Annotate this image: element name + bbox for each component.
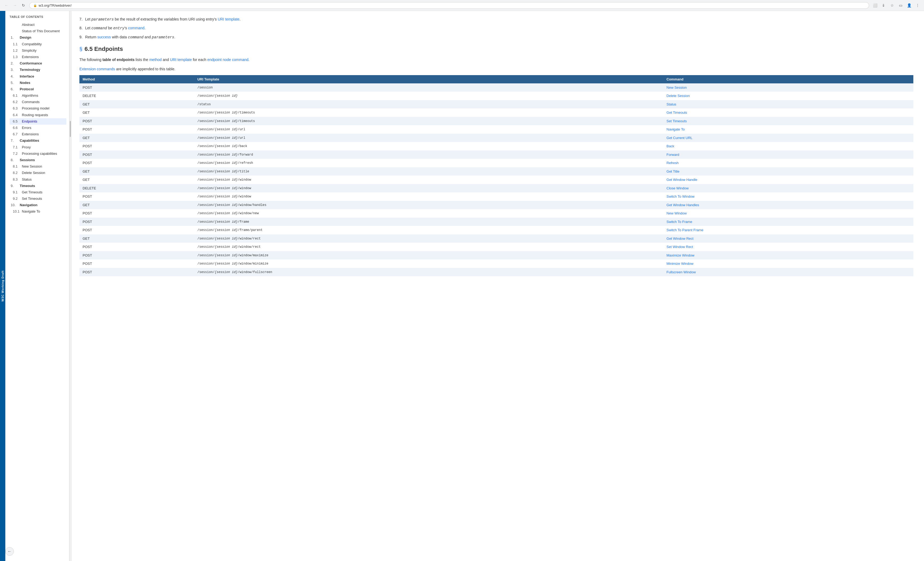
toc-item-29[interactable]: 10.1Navigate To <box>10 208 66 215</box>
toc-item-0[interactable]: Abstract <box>10 22 66 28</box>
toc-item-27[interactable]: 9.2Set Timeouts <box>10 195 66 202</box>
command-link-12[interactable]: Close Window <box>667 186 689 190</box>
uri-cell-6: /session/{session id}/url <box>194 134 663 142</box>
profile-icon[interactable]: 👤 <box>905 2 913 9</box>
command-link-5[interactable]: Navigate To <box>667 128 685 131</box>
command-link-3[interactable]: Get Timeouts <box>667 111 687 114</box>
toc-item-10[interactable]: 6.Protocol <box>10 86 66 92</box>
toc-item-26[interactable]: 9.1Get Timeouts <box>10 189 66 195</box>
command-link-10[interactable]: Get Title <box>667 170 680 173</box>
command-link-14[interactable]: Get Window Handles <box>667 203 699 207</box>
table-row: POST/session/{session id}/windowSwitch T… <box>80 192 914 201</box>
toc-item-19[interactable]: 7.1Proxy <box>10 144 66 150</box>
toc-item-9[interactable]: 5.Nodes <box>10 80 66 86</box>
uri-cell-18: /session/{session id}/window/rect <box>194 234 663 243</box>
method-cell-5: POST <box>80 125 194 134</box>
toc-item-14[interactable]: 6.4Routing requests <box>10 112 66 118</box>
extension-commands-link[interactable]: Extension commands <box>80 67 115 71</box>
toc-item-4[interactable]: 1.2Simplicity <box>10 47 66 54</box>
table-row: DELETE/session/{session id}/windowClose … <box>80 184 914 193</box>
command-link[interactable]: command <box>128 26 144 30</box>
toc-label-2: Design <box>20 35 31 40</box>
toc-item-3[interactable]: 1.1Compatibility <box>10 41 66 47</box>
menu-icon[interactable]: ⋮ <box>914 2 921 9</box>
command-link-20[interactable]: Maximize Window <box>667 254 694 257</box>
toc-item-28[interactable]: 10.Navigation <box>10 202 66 208</box>
method-header: Method <box>80 75 194 83</box>
toc-item-12[interactable]: 6.2Commands <box>10 99 66 105</box>
toc-num-28: 10. <box>10 203 18 207</box>
command-link-9[interactable]: Refresh <box>667 161 679 165</box>
toc-item-8[interactable]: 4.Interface <box>10 73 66 80</box>
toc-sidebar: TABLE OF CONTENTS AbstractStatus of This… <box>5 11 69 561</box>
toc-item-22[interactable]: 8.1New Session <box>10 163 66 170</box>
address-bar[interactable]: 🔒 w3.org/TR/webdriver/ <box>29 2 869 9</box>
command-link-2[interactable]: Status <box>667 102 676 106</box>
toc-item-7[interactable]: 3.Terminology <box>10 67 66 73</box>
command-link-6[interactable]: Get Current URL <box>667 136 693 140</box>
toc-item-5[interactable]: 1.3Extensions <box>10 54 66 60</box>
toc-item-24[interactable]: 8.3Status <box>10 176 66 183</box>
toc-num-26: 9.1 <box>13 190 20 195</box>
toc-item-21[interactable]: 8.Sessions <box>10 157 66 163</box>
toc-label-13: Processing model <box>22 106 49 111</box>
toc-label-1: Status of This Document <box>22 29 60 34</box>
toc-item-2[interactable]: 1.Design <box>10 34 66 41</box>
command-cell-3: Get Timeouts <box>663 108 914 117</box>
command-link-15[interactable]: New Window <box>667 211 687 215</box>
command-link-22[interactable]: Fullscreen Window <box>667 270 696 274</box>
uri-template-link[interactable]: URI template <box>218 17 240 21</box>
step-8: 8. Let command be entry's command. <box>80 25 914 31</box>
command-link-21[interactable]: Minimize Window <box>667 262 693 266</box>
toc-item-20[interactable]: 7.2Processing capabilities <box>10 150 66 157</box>
command-link-7[interactable]: Back <box>667 144 674 148</box>
command-link-18[interactable]: Get Window Rect <box>667 237 693 240</box>
uri-cell-20: /session/{session id}/window/maximize <box>194 251 663 260</box>
command-link-16[interactable]: Switch To Frame <box>667 220 693 224</box>
command-link-0[interactable]: New Session <box>667 86 687 90</box>
toc-item-1[interactable]: Status of This Document <box>10 28 66 34</box>
command-link-4[interactable]: Set Timeouts <box>667 119 687 123</box>
browser-nav-buttons: ← → ↻ <box>3 2 27 9</box>
toc-item-15[interactable]: 6.5Endpoints <box>10 118 66 124</box>
bookmark-icon[interactable]: ☆ <box>888 2 896 9</box>
reload-button[interactable]: ↻ <box>20 2 27 9</box>
toc-item-11[interactable]: 6.1Algorithms <box>10 92 66 99</box>
toc-item-6[interactable]: 2.Conformance <box>10 60 66 67</box>
section-anchor[interactable]: § <box>80 46 82 52</box>
toc-item-16[interactable]: 6.6Errors <box>10 124 66 131</box>
scroll-thumb[interactable] <box>70 121 71 137</box>
command-link-17[interactable]: Switch To Parent Frame <box>667 228 704 232</box>
command-link-13[interactable]: Switch To Window <box>667 195 694 198</box>
method-cell-16: POST <box>80 218 194 226</box>
scroll-separator <box>69 11 71 561</box>
method-link[interactable]: method <box>149 57 162 62</box>
command-link-11[interactable]: Get Window Handle <box>667 178 698 182</box>
forward-nav-button[interactable]: → <box>11 2 19 9</box>
table-row: GET/session/{session id}/windowGet Windo… <box>80 176 914 184</box>
toc-item-18[interactable]: 7.Capabilities <box>10 138 66 144</box>
success-link[interactable]: success <box>98 35 111 39</box>
description-1: The following table of endpoints lists t… <box>80 57 914 63</box>
toc-item-25[interactable]: 9.Timeouts <box>10 183 66 189</box>
method-cell-11: GET <box>80 176 194 184</box>
back-nav-button[interactable]: ← <box>3 2 10 9</box>
toc-item-13[interactable]: 6.3Processing model <box>10 105 66 112</box>
toc-num-16: 6.6 <box>13 126 20 130</box>
command-link-19[interactable]: Set Window Rect <box>667 245 693 249</box>
toc-item-23[interactable]: 8.2Delete Session <box>10 170 66 176</box>
extensions-icon[interactable]: ⬜ <box>871 2 879 9</box>
tablet-mode-icon[interactable]: ▭ <box>897 2 904 9</box>
toc-num-7: 3. <box>10 68 18 72</box>
toc-item-17[interactable]: 6.7Extensions <box>10 131 66 138</box>
endpoint-node-command-link[interactable]: endpoint node command <box>207 57 248 62</box>
page-back-button[interactable]: ← <box>5 547 14 556</box>
uri-template-link-2[interactable]: URI template <box>170 57 192 62</box>
toc-label-0: Abstract <box>22 22 34 27</box>
toc-num-14: 6.4 <box>13 112 20 117</box>
command-link-8[interactable]: Forward <box>667 153 680 157</box>
download-icon[interactable]: ⇓ <box>880 2 887 9</box>
toc-label-27: Set Timeouts <box>22 196 42 201</box>
command-link-1[interactable]: Delete Session <box>667 94 690 98</box>
toc-label-25: Timeouts <box>20 183 35 188</box>
